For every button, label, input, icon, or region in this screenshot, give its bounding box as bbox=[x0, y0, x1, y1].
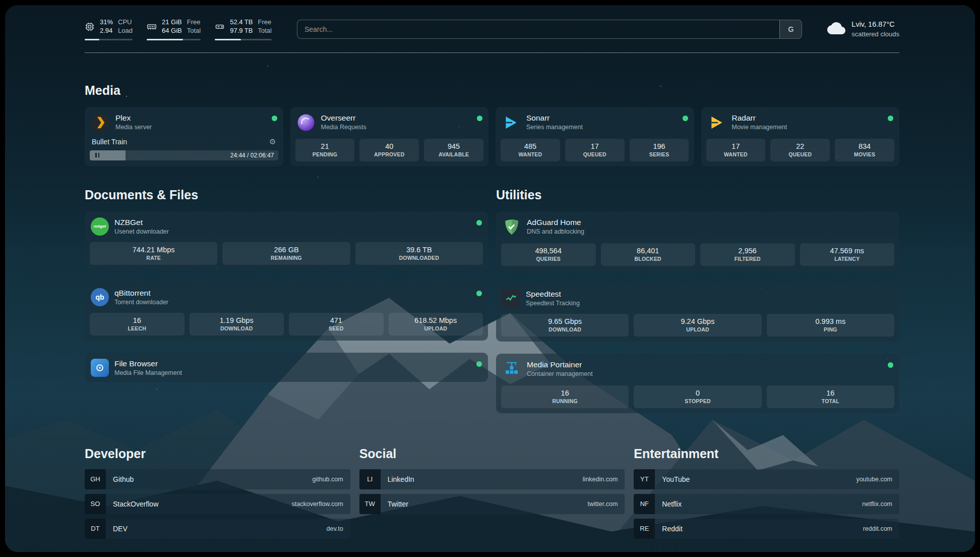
search-provider-button[interactable]: G bbox=[779, 20, 802, 38]
stat-ping: 0.993 ms PING bbox=[767, 314, 894, 337]
bookmark-github[interactable]: GH Github github.com bbox=[85, 469, 350, 489]
sonarr-card[interactable]: Sonarr Series management 485 WANTED 17 Q… bbox=[496, 107, 694, 166]
bookmark-url: netflix.com bbox=[862, 500, 899, 508]
bookmark-youtube[interactable]: YT YouTube youtube.com bbox=[634, 469, 899, 489]
app-desc: Media server bbox=[115, 123, 266, 131]
app-desc: Movie management bbox=[732, 123, 883, 131]
section-title-entertainment: Entertainment bbox=[634, 447, 899, 461]
bookmark-reddit[interactable]: RE Reddit reddit.com bbox=[634, 519, 899, 539]
app-desc: Speedtest Tracking bbox=[526, 299, 893, 307]
stat-available: 945 AVAILABLE bbox=[424, 139, 483, 161]
gear-icon[interactable]: ⚙ bbox=[269, 137, 276, 146]
developer-section: Developer GH Github github.com SO StackO… bbox=[85, 447, 350, 539]
app-desc: DNS and adblocking bbox=[527, 228, 893, 236]
ram-widget: 21 GiB 64 GiB Free Total bbox=[147, 18, 201, 40]
bookmark-url: linkedin.com bbox=[583, 476, 625, 483]
disk-widget: 52.4 TB 97.9 TB Free Total bbox=[215, 18, 272, 40]
bookmark-dev[interactable]: DT DEV dev.to bbox=[85, 519, 350, 539]
bookmark-stackoverflow[interactable]: SO StackOverflow stackoverflow.com bbox=[85, 494, 350, 514]
pause-icon[interactable] bbox=[90, 150, 105, 160]
stat-blocked: 86,401 BLOCKED bbox=[601, 243, 696, 266]
qbittorrent-card[interactable]: qb qBittorrent Torrent downloader 16 LEE… bbox=[85, 282, 488, 341]
bookmark-abbr: LI bbox=[359, 469, 381, 489]
social-section: Social LI LinkedIn linkedin.com TW Twitt… bbox=[359, 447, 625, 539]
plex-icon bbox=[91, 113, 110, 132]
search-bar: G bbox=[297, 20, 802, 39]
bookmark-abbr: DT bbox=[85, 519, 106, 539]
adguard-icon bbox=[502, 217, 521, 237]
snow-specks bbox=[5, 5, 6, 6]
app-name: Speedtest bbox=[526, 289, 893, 299]
app-desc: Series management bbox=[526, 123, 677, 131]
stat-wanted: 17 WANTED bbox=[706, 139, 766, 161]
app-name: Media Portainer bbox=[527, 360, 882, 370]
bookmark-name: Netflix bbox=[655, 500, 862, 508]
stat-series: 196 SERIES bbox=[630, 139, 689, 161]
status-dot bbox=[272, 116, 277, 121]
bookmark-url: github.com bbox=[313, 476, 350, 483]
stat-running: 16 RUNNING bbox=[501, 385, 629, 408]
bookmark-abbr: YT bbox=[634, 469, 655, 489]
bookmark-name: DEV bbox=[106, 525, 327, 533]
section-title-media: Media bbox=[85, 83, 899, 98]
portainer-card[interactable]: Media Portainer Container management 16 … bbox=[496, 354, 899, 413]
disk-icon bbox=[215, 22, 225, 32]
status-dot bbox=[476, 291, 482, 296]
bookmark-url: dev.to bbox=[327, 525, 350, 532]
radarr-icon bbox=[707, 113, 726, 132]
app-name: Radarr bbox=[732, 113, 883, 123]
topbar: 31% 2.94 CPU Load bbox=[85, 18, 899, 40]
bookmark-twitter[interactable]: TW Twitter twitter.com bbox=[359, 494, 625, 514]
app-desc: Media File Management bbox=[114, 369, 471, 377]
stat-queued: 22 QUEUED bbox=[770, 139, 830, 161]
search-input[interactable] bbox=[297, 20, 779, 38]
speedtest-icon bbox=[502, 289, 520, 307]
app-name: Sonarr bbox=[526, 113, 677, 123]
ram-total: 64 GiB bbox=[162, 27, 182, 35]
bookmark-linkedin[interactable]: LI LinkedIn linkedin.com bbox=[359, 469, 625, 489]
cpu-label-bottom: Load bbox=[118, 27, 133, 35]
stat-queries: 498,564 QUERIES bbox=[501, 243, 596, 266]
stat-upload: 9.24 Gbps UPLOAD bbox=[634, 314, 761, 337]
filebrowser-card[interactable]: File Browser Media File Management bbox=[85, 353, 488, 382]
overseerr-card[interactable]: Overseerr Media Requests 21 PENDING 40 A… bbox=[290, 107, 489, 166]
bookmark-name: StackOverflow bbox=[106, 500, 292, 508]
bookmark-abbr: GH bbox=[85, 469, 106, 489]
app-desc: Media Requests bbox=[321, 123, 472, 131]
playback-time: 24:44 / 02:06:47 bbox=[230, 152, 274, 159]
ram-label-top: Free bbox=[187, 18, 201, 27]
bookmark-abbr: SO bbox=[85, 494, 106, 514]
stat-rate: 744.21 Mbps RATE bbox=[90, 242, 217, 265]
radarr-card[interactable]: Radarr Movie management 17 WANTED 22 QUE… bbox=[701, 107, 900, 166]
bookmark-abbr: TW bbox=[359, 494, 381, 514]
bookmark-url: youtube.com bbox=[856, 476, 899, 483]
playback-progress-bar[interactable]: 24:44 / 02:06:47 bbox=[90, 150, 278, 160]
app-name: AdGuard Home bbox=[527, 217, 893, 228]
plex-card[interactable]: Plex Media server Bullet Train ⚙ 24:44 /… bbox=[85, 107, 283, 166]
weather-condition: scattered clouds bbox=[851, 30, 899, 39]
cpu-progress-bar bbox=[85, 39, 133, 40]
stat-wanted: 485 WANTED bbox=[501, 139, 560, 161]
bookmark-netflix[interactable]: NF Netflix netflix.com bbox=[634, 494, 899, 514]
status-dot bbox=[476, 220, 482, 226]
bookmark-abbr: NF bbox=[634, 494, 655, 514]
disk-label-bottom: Total bbox=[258, 27, 271, 35]
bookmark-name: LinkedIn bbox=[381, 475, 583, 483]
weather-widget: Lviv, 16.87°C scattered clouds bbox=[827, 20, 899, 38]
ram-icon bbox=[147, 22, 157, 32]
media-section: Media Plex Media server bbox=[85, 83, 899, 166]
stat-queued: 17 QUEUED bbox=[565, 139, 625, 161]
stat-approved: 40 APPROVED bbox=[359, 139, 419, 161]
disk-label-top: Free bbox=[258, 18, 271, 27]
bookmark-url: stackoverflow.com bbox=[292, 500, 350, 508]
nzbget-card[interactable]: nzbget NZBGet Usenet downloader 744.21 M… bbox=[85, 211, 488, 270]
stat-seed: 471 SEED bbox=[289, 313, 384, 336]
stat-downloaded: 39.6 TB DOWNLOADED bbox=[355, 242, 483, 265]
qbittorrent-icon: qb bbox=[91, 288, 109, 306]
now-playing-title: Bullet Train bbox=[92, 138, 127, 146]
stat-filtered: 2,956 FILTERED bbox=[700, 243, 795, 266]
bookmark-name: Github bbox=[106, 475, 313, 483]
speedtest-card[interactable]: Speedtest Speedtest Tracking 9.65 Gbps D… bbox=[496, 283, 899, 342]
app-name: NZBGet bbox=[114, 217, 471, 228]
adguard-card[interactable]: AdGuard Home DNS and adblocking 498,564 … bbox=[496, 211, 899, 271]
